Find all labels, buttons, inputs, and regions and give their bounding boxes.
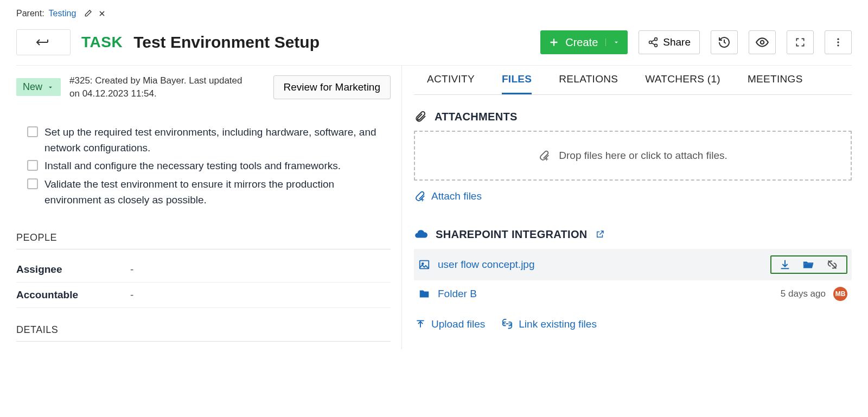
share-button-label: Share [663,36,691,48]
watch-button[interactable] [749,30,776,54]
download-icon[interactable] [779,259,791,271]
assignee-field[interactable]: Assignee - [16,257,391,283]
more-button[interactable] [825,30,852,54]
chevron-down-icon[interactable] [605,39,620,46]
description-checklist: Set up the required test environments, i… [16,109,391,216]
attachments-dropzone[interactable]: Drop files here or click to attach files… [414,131,852,181]
open-folder-icon[interactable] [802,259,815,271]
svg-point-6 [837,44,839,46]
attach-files-link[interactable]: Attach files [414,181,482,212]
share-button[interactable]: Share [639,30,700,54]
svg-point-0 [655,38,658,41]
image-icon [418,259,430,271]
checklist-text: Validate the test environment to ensure … [44,176,385,208]
tab-activity[interactable]: ACTIVITY [427,73,475,94]
link-existing-label: Link existing files [519,318,597,330]
parent-label: Parent: [16,9,44,18]
close-icon[interactable] [98,9,106,18]
header: TASK Test Environment Setup Create Share [16,25,852,66]
create-button[interactable]: Create [540,30,628,54]
checklist-item: Install and configure the necessary test… [27,158,391,174]
upload-files-link[interactable]: Upload files [415,315,485,333]
tab-meetings[interactable]: MEETINGS [748,73,803,94]
dropzone-text: Drop files here or click to attach files… [559,150,727,162]
tab-relations[interactable]: RELATIONS [559,73,618,94]
external-link-icon[interactable] [595,229,605,239]
create-button-label: Create [565,36,598,49]
link-existing-link[interactable]: Link existing files [501,315,597,333]
assignee-value: - [130,264,133,275]
fullscreen-button[interactable] [787,30,814,54]
parent-link[interactable]: Testing [49,9,76,18]
svg-point-5 [837,41,839,43]
svg-point-4 [837,39,839,40]
details-heading: DETAILS [16,308,391,342]
work-type-label: TASK [81,34,123,51]
tab-files[interactable]: FILES [502,73,532,94]
unlink-icon[interactable] [826,259,839,271]
paperclip-icon [414,110,427,123]
status-label: New [23,81,42,93]
checklist-item: Set up the required test environments, i… [27,124,391,156]
accountable-field[interactable]: Accountable - [16,283,391,308]
edit-icon[interactable] [84,9,92,18]
attachments-heading: ATTACHMENTS [435,111,518,123]
assignee-label: Assignee [16,264,130,275]
review-button[interactable]: Review for Marketing [273,75,391,99]
back-button[interactable] [16,29,71,55]
file-actions-toolbar [770,255,847,274]
checkbox[interactable] [27,178,38,189]
sharepoint-folder-row[interactable]: Folder B 5 days ago MB [414,280,852,307]
folder-icon [418,288,430,300]
file-name[interactable]: user flow concept.jpg [438,259,535,271]
svg-point-3 [761,41,764,44]
status-dropdown[interactable]: New [16,78,61,96]
right-tabs: ACTIVITY FILES RELATIONS WATCHERS (1) ME… [414,66,852,95]
upload-files-label: Upload files [431,318,485,330]
attach-files-label: Attach files [431,190,482,202]
sharepoint-file-row[interactable]: user flow concept.jpg [414,249,852,280]
checklist-text: Set up the required test environments, i… [44,124,385,156]
svg-point-8 [422,263,424,265]
svg-point-1 [649,41,652,44]
sharepoint-heading: SHAREPOINT INTEGRATION [436,228,588,241]
svg-point-2 [655,44,658,47]
tab-watchers[interactable]: WATCHERS (1) [645,73,720,94]
history-button[interactable] [711,30,738,54]
folder-name[interactable]: Folder B [438,288,477,300]
folder-meta: 5 days ago [781,288,826,299]
accountable-label: Accountable [16,289,130,301]
accountable-value: - [130,289,133,301]
checklist-item: Validate the test environment to ensure … [27,176,391,208]
meta-text: #325: Created by Mia Bayer. Last updated… [69,74,248,100]
cloud-icon [414,227,428,241]
avatar: MB [833,287,847,301]
people-heading: PEOPLE [16,216,391,249]
page-title[interactable]: Test Environment Setup [133,33,320,52]
checklist-text: Install and configure the necessary test… [44,158,341,174]
checkbox[interactable] [27,160,38,171]
checkbox[interactable] [27,126,38,137]
breadcrumb: Parent: Testing [16,5,852,25]
